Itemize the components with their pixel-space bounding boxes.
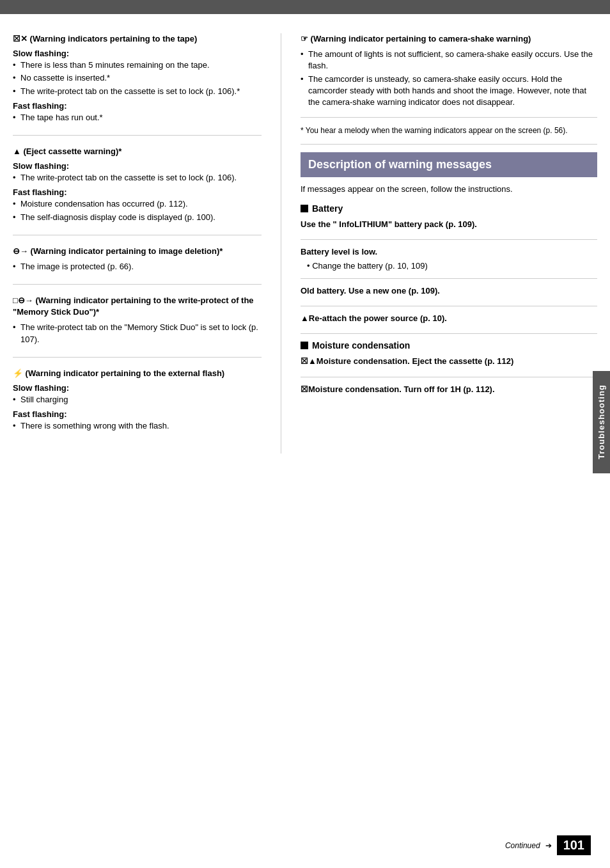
image-deletion-list: The image is protected (p. 66). xyxy=(13,261,262,272)
eject-fast-flash-heading: Fast flashing: xyxy=(13,187,262,197)
camera-shake-title: ☞ (Warning indicator pertaining to camer… xyxy=(301,33,597,45)
tape-warning-section: ☒✕ (Warning indicators pertaining to the… xyxy=(13,33,262,136)
eject-slow-flash-list: The write-protect tab on the cassette is… xyxy=(13,172,262,184)
description-intro: If messages appear on the screen, follow… xyxy=(301,184,597,195)
continued-arrow-icon: ➔ xyxy=(545,841,552,850)
battery-heading-label: Battery xyxy=(312,203,343,214)
moisture-heading-label: Moisture condensation xyxy=(312,340,410,351)
battery-item-3-title: ▲Re-attach the power source (p. 10). xyxy=(301,313,597,324)
list-item: No cassette is inserted.* xyxy=(13,72,262,84)
list-item: Moisture condensation has occurred (p. 1… xyxy=(13,198,262,210)
battery-square-icon xyxy=(301,205,308,212)
list-item: The amount of lights is not sufficient, … xyxy=(301,49,597,72)
tape-slow-flash-list: There is less than 5 minutes remaining o… xyxy=(13,59,262,97)
description-header: Description of warning messages xyxy=(301,152,597,177)
memory-stick-section: □⊖→ (Warning indicator pertaining to the… xyxy=(13,295,262,358)
list-item: There is something wrong with the flash. xyxy=(13,420,262,432)
continued-label: Continued xyxy=(505,841,540,850)
tape-fast-flash-list: The tape has run out.* xyxy=(13,112,262,123)
flash-warning-section: ⚡ (Warning indicator pertaining to the e… xyxy=(13,368,262,444)
page-number: 101 xyxy=(557,835,591,855)
camera-shake-list: The amount of lights is not sufficient, … xyxy=(301,49,597,108)
battery-heading: Battery xyxy=(301,203,597,214)
eject-warning-title: ▲ (Eject cassette warning)* xyxy=(13,146,262,157)
tape-warning-title: ☒✕ (Warning indicators pertaining to the… xyxy=(13,33,262,45)
battery-item-0-title: Use the " InfoLITHIUM" battery pack (p. … xyxy=(301,219,597,230)
battery-item-1-title: Battery level is low. xyxy=(301,246,597,258)
list-item: The camcorder is unsteady, so camera-sha… xyxy=(301,74,597,109)
top-bar xyxy=(0,0,610,14)
moisture-item-1: ☒Moisture condensation. Turn off for 1H … xyxy=(301,384,597,404)
list-item: The write-protect tab on the "Memory Sti… xyxy=(13,322,262,345)
battery-item-1: Battery level is low. • Change the batte… xyxy=(301,246,597,279)
image-deletion-title: ⊖→ (Warning indicator pertaining to imag… xyxy=(13,246,262,257)
moisture-item-1-title: ☒Moisture condensation. Turn off for 1H … xyxy=(301,384,597,395)
memory-stick-title: □⊖→ (Warning indicator pertaining to the… xyxy=(13,295,262,318)
memory-stick-list: The write-protect tab on the "Memory Sti… xyxy=(13,322,262,345)
battery-item-2-title: Old battery. Use a new one (p. 109). xyxy=(301,285,597,297)
camera-shake-section: ☞ (Warning indicator pertaining to camer… xyxy=(301,33,597,118)
flash-slow-flash-heading: Slow flashing: xyxy=(13,383,262,393)
moisture-square-icon xyxy=(301,342,308,349)
battery-item-0: Use the " InfoLITHIUM" battery pack (p. … xyxy=(301,219,597,240)
flash-slow-flash-list: Still charging xyxy=(13,394,262,406)
flash-warning-title: ⚡ (Warning indicator pertaining to the e… xyxy=(13,368,262,379)
list-item: The image is protected (p. 66). xyxy=(13,261,262,272)
left-column: ☒✕ (Warning indicators pertaining to the… xyxy=(13,33,281,454)
list-item: The tape has run out.* xyxy=(13,112,262,123)
moisture-item-0: ☒▲Moisture condensation. Eject the casse… xyxy=(301,356,597,377)
image-deletion-section: ⊖→ (Warning indicator pertaining to imag… xyxy=(13,246,262,285)
moisture-heading: Moisture condensation xyxy=(301,340,597,351)
flash-fast-flash-heading: Fast flashing: xyxy=(13,409,262,419)
footnote: * You hear a melody when the warning ind… xyxy=(301,125,597,145)
list-item: There is less than 5 minutes remaining o… xyxy=(13,59,262,71)
list-item: Still charging xyxy=(13,394,262,406)
tape-fast-flash-heading: Fast flashing: xyxy=(13,101,262,111)
page-footer: Continued ➔ 101 xyxy=(505,835,591,855)
battery-item-2: Old battery. Use a new one (p. 109). xyxy=(301,285,597,306)
eject-slow-flash-heading: Slow flashing: xyxy=(13,161,262,171)
flash-fast-flash-list: There is something wrong with the flash. xyxy=(13,420,262,432)
eject-warning-section: ▲ (Eject cassette warning)* Slow flashin… xyxy=(13,146,262,235)
right-column: ☞ (Warning indicator pertaining to camer… xyxy=(281,33,597,454)
moisture-item-0-title: ☒▲Moisture condensation. Eject the casse… xyxy=(301,356,597,367)
tape-slow-flash-heading: Slow flashing: xyxy=(13,49,262,58)
eject-fast-flash-list: Moisture condensation has occurred (p. 1… xyxy=(13,198,262,223)
battery-item-3: ▲Re-attach the power source (p. 10). xyxy=(301,313,597,334)
battery-item-1-body: • Change the battery (p. 10, 109) xyxy=(301,260,597,272)
list-item: The self-diagnosis display code is displ… xyxy=(13,212,262,223)
list-item: The write-protect tab on the cassette is… xyxy=(13,86,262,97)
side-tab: Troubleshooting xyxy=(593,371,610,473)
list-item: The write-protect tab on the cassette is… xyxy=(13,172,262,184)
